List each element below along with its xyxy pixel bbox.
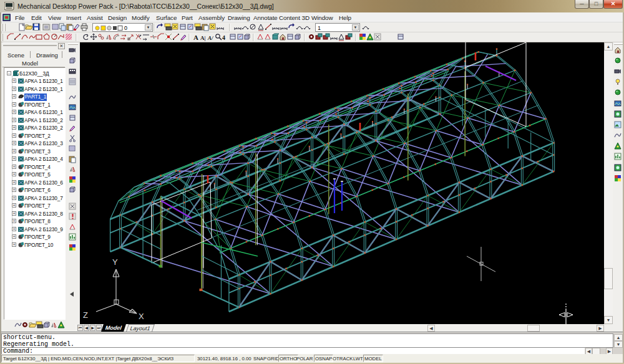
svg-text:A/: A/ <box>207 35 214 41</box>
svg-text:X: X <box>139 312 144 321</box>
svg-text:Y: Y <box>112 257 118 267</box>
svg-text:A|: A| <box>200 35 205 41</box>
svg-text:A: A <box>193 34 198 41</box>
svg-text:4: 4 <box>222 34 225 41</box>
svg-text:Z: Z <box>83 310 88 320</box>
